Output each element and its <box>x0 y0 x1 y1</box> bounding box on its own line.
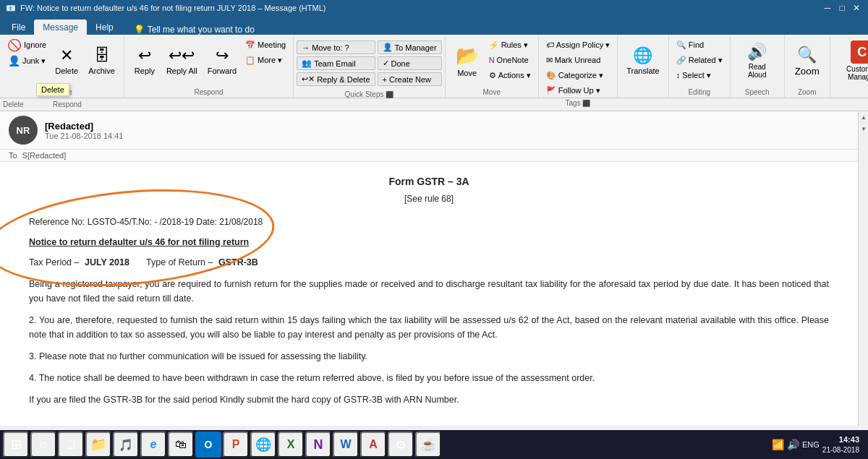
categorize-button[interactable]: 🎨 Categorize ▾ <box>543 68 613 82</box>
ribbon-tabs: File Message Help 💡 Tell me what you wan… <box>0 16 868 35</box>
find-button[interactable]: 🔍 Find <box>673 38 726 52</box>
follow-up-button[interactable]: 🚩 Follow Up ▾ <box>543 83 613 98</box>
search-icon: 🔍 <box>676 40 686 50</box>
to-value: S[Redacted] <box>22 151 67 160</box>
maximize-button[interactable]: □ <box>836 2 848 14</box>
to-manager-icon: 👤 <box>383 43 393 52</box>
ignore-button[interactable]: 🚫 Ignore <box>4 38 49 52</box>
mark-unread-icon: ✉ <box>546 56 553 65</box>
cortana-button[interactable]: ○ <box>30 432 56 458</box>
pdf-button[interactable]: A <box>360 432 386 458</box>
body-para3: 3. Please note that no further communica… <box>29 349 829 364</box>
zoom-group-content: 🔍 Zoom <box>789 38 825 87</box>
taskbar-clock: 14:43 21-08-2018 <box>822 434 859 454</box>
respond-col-extra: 📅 Meeting 📋 More ▾ <box>242 38 289 67</box>
excel-button[interactable]: X <box>278 432 304 458</box>
move-col-extra: ⚡ Rules ▾ N OneNote ⚙ Actions ▾ <box>486 38 534 82</box>
meeting-button[interactable]: 📅 Meeting <box>242 38 289 52</box>
title-bar-controls: ─ □ ✕ <box>822 2 862 14</box>
related-button[interactable]: 🔗 Related ▾ <box>673 53 726 67</box>
tags-group-label: Tags ⬛ <box>566 99 591 107</box>
move-to-button[interactable]: → Move to: ? <box>297 40 375 54</box>
rules-button[interactable]: ⚡ Rules ▾ <box>486 38 534 52</box>
delete-group-content: 🚫 Ignore 👤 Junk ▾ ✕ Delete 🗄 Archive <box>4 38 119 87</box>
speech-group-content: 🔊 Read Aloud <box>735 38 780 87</box>
email-time: Tue 21-08-2018 14:41 <box>45 132 849 140</box>
done-icon: ✓ <box>383 59 389 68</box>
task-view-button[interactable]: ❑ <box>58 432 84 458</box>
reply-all-icon: ↩↩ <box>169 46 195 65</box>
create-new-button[interactable]: + Create New <box>378 72 442 86</box>
reply-button[interactable]: ↩ Reply <box>129 38 161 84</box>
settings-button[interactable]: ⚙ <box>388 432 414 458</box>
body-para2: 2. You are, therefore, requested to furn… <box>29 313 829 342</box>
onenote-taskbar-button[interactable]: N <box>305 432 331 458</box>
junk-button[interactable]: 👤 Junk ▾ <box>5 53 48 68</box>
chrome-button[interactable]: 🌐 <box>250 432 276 458</box>
ie-button[interactable]: e <box>140 432 166 458</box>
tags-col: 🏷 Assign Policy ▾ ✉ Mark Unread 🎨 Catego… <box>543 38 613 98</box>
minimize-button[interactable]: ─ <box>822 2 833 14</box>
outlook-button[interactable]: O <box>195 432 221 458</box>
zoom-icon: 🔍 <box>797 46 817 64</box>
respond-group-label: Respond <box>195 88 224 96</box>
notice-title: Notice to return defaulter u/s 46 for no… <box>29 235 829 249</box>
powerpoint-button[interactable]: P <box>223 432 249 458</box>
tooltip: Delete <box>36 83 69 96</box>
speech-group-label: Speech <box>745 88 770 96</box>
onenote-icon: N <box>489 56 495 64</box>
onenote-button[interactable]: N OneNote <box>486 53 534 67</box>
avatar: NR <box>9 116 38 145</box>
to-manager-button[interactable]: 👤 To Manager <box>378 40 442 54</box>
email-body[interactable]: Form GSTR – 3A [See rule 68] Reference N… <box>0 162 858 426</box>
tab-help[interactable]: Help <box>87 20 122 35</box>
return-type-value: GSTR-3B <box>218 257 258 267</box>
quick-steps-grid: → Move to: ? 👤 To Manager 👥 Team Email ✓… <box>297 38 441 89</box>
read-aloud-button[interactable]: 🔊 Read Aloud <box>735 38 780 84</box>
to-label: To <box>9 151 17 160</box>
more-respond-button[interactable]: 📋 More ▾ <box>242 53 289 67</box>
actions-button[interactable]: ⚙ Actions ▾ <box>486 68 534 82</box>
form-heading: Form GSTR – 3A <box>29 173 829 189</box>
rule-ref: [See rule 68] <box>29 192 829 206</box>
ribbon: 🚫 Ignore 👤 Junk ▾ ✕ Delete 🗄 Archive <box>0 35 868 98</box>
delete-button[interactable]: ✕ Delete <box>51 38 82 84</box>
team-email-button[interactable]: 👥 Team Email <box>297 56 375 70</box>
translate-button[interactable]: 🌐 Translate <box>622 38 663 84</box>
team-email-icon: 👥 <box>302 59 312 68</box>
ribbon-group-speech: 🔊 Read Aloud Speech <box>731 35 785 98</box>
start-button[interactable]: ⊞ <box>3 432 29 458</box>
mark-unread-button[interactable]: ✉ Mark Unread <box>543 53 613 67</box>
body-para5: If you are filed the GSTR-3B for the sai… <box>29 392 829 407</box>
word-button[interactable]: W <box>333 432 359 458</box>
music-button[interactable]: 🎵 <box>113 432 139 458</box>
meeting-icon: 📅 <box>245 40 255 50</box>
forward-button[interactable]: ↪ Forward <box>203 38 241 84</box>
scroll-down-button[interactable]: ▼ <box>859 123 868 134</box>
move-button[interactable]: 📂 Move <box>450 38 485 84</box>
customer-manager-button[interactable]: C Customer Manager <box>835 38 868 84</box>
ribbon-group-respond: ↩ Reply ↩↩ Reply All ↪ Forward 📅 Meeting… <box>124 35 294 98</box>
clock-time: 14:43 <box>822 434 859 445</box>
tab-message[interactable]: Message <box>34 20 87 35</box>
sender-name: [Redacted] <box>45 121 849 132</box>
related-icon: 🔗 <box>676 56 686 65</box>
zoom-button[interactable]: 🔍 Zoom <box>789 38 825 84</box>
select-button[interactable]: ↕ Select ▾ <box>673 68 726 82</box>
java-button[interactable]: ☕ <box>415 432 441 458</box>
reply-all-button[interactable]: ↩↩ Reply All <box>162 38 202 84</box>
archive-button[interactable]: 🗄 Archive <box>84 38 119 84</box>
scroll-up-button[interactable]: ▲ <box>859 111 868 123</box>
ribbon-group-move: 📂 Move ⚡ Rules ▾ N OneNote ⚙ Actions ▾ M… <box>446 35 539 98</box>
assign-policy-button[interactable]: 🏷 Assign Policy ▾ <box>543 38 613 52</box>
rules-icon: ⚡ <box>489 40 499 50</box>
store-button[interactable]: 🛍 <box>168 432 194 458</box>
done-button[interactable]: ✓ Done <box>378 56 442 70</box>
tell-me-bar[interactable]: 💡 Tell me what you want to do <box>134 25 255 35</box>
volume-icon: 🔊 <box>787 439 799 450</box>
close-button[interactable]: ✕ <box>851 2 862 14</box>
file-explorer-button[interactable]: 📁 <box>85 432 111 458</box>
reply-delete-button[interactable]: ↩✕ Reply & Delete <box>297 72 375 86</box>
scrollbar[interactable]: ▲ ▼ <box>858 111 868 426</box>
tab-file[interactable]: File <box>3 20 34 35</box>
